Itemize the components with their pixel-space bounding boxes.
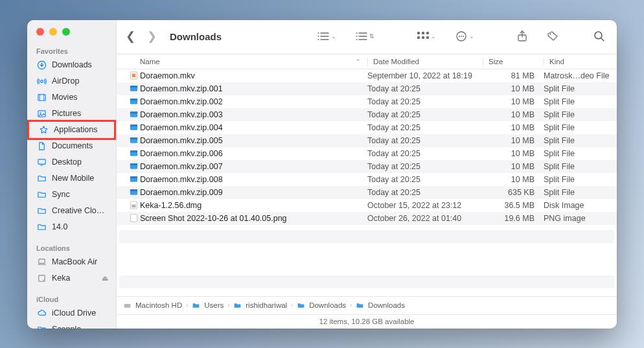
path-segment[interactable]: Downloads xyxy=(309,301,346,309)
sidebar-item-icloud-drive[interactable]: iCloud Drive xyxy=(27,305,116,321)
path-segment[interactable]: rishidhariwal xyxy=(246,301,287,309)
file-row[interactable]: Doraemon.mkv.zip.002Today at 20:2510 MBS… xyxy=(117,95,617,108)
file-name: Doraemon.mkv.zip.003 xyxy=(140,110,367,119)
share-button[interactable] xyxy=(514,30,530,42)
file-date: September 10, 2022 at 18:19 xyxy=(367,71,483,80)
sidebar-section-locations: Locations xyxy=(27,242,116,254)
col-date[interactable]: Date Modified xyxy=(367,58,483,65)
file-name: Doraemon.mkv.zip.008 xyxy=(140,175,367,184)
svg-point-37 xyxy=(595,32,602,39)
file-name: Doraemon.mkv.zip.007 xyxy=(140,162,367,171)
sidebar-item-sync[interactable]: Sync xyxy=(27,187,116,203)
svg-rect-56 xyxy=(130,176,137,178)
eject-icon[interactable]: ⏏ xyxy=(102,274,112,283)
sort-ascending-icon: ⌃ xyxy=(356,58,361,65)
file-row[interactable]: Doraemon.mkv.zip.006Today at 20:2510 MBS… xyxy=(117,147,617,160)
svg-rect-50 xyxy=(130,137,137,139)
svg-rect-7 xyxy=(38,159,45,164)
empty-row xyxy=(119,230,614,243)
laptop-icon xyxy=(36,257,47,267)
file-row[interactable]: Doraemon.mkv.zip.004Today at 20:2510 MBS… xyxy=(117,121,617,134)
col-kind[interactable]: Kind xyxy=(544,58,617,65)
maximize-button[interactable] xyxy=(62,28,70,36)
file-icon xyxy=(128,187,139,198)
sidebar-item-14-0[interactable]: 14.0 xyxy=(27,219,116,235)
sort-icon: ⇅ xyxy=(369,33,374,40)
path-separator: › xyxy=(291,302,293,308)
pictures-icon xyxy=(36,108,47,119)
minimize-button[interactable] xyxy=(49,28,57,36)
empty-row xyxy=(119,275,614,288)
file-row[interactable]: Keka-1.2.56.dmgOctober 15, 2022 at 23:12… xyxy=(117,199,617,212)
svg-rect-52 xyxy=(130,150,137,152)
file-kind: Split File xyxy=(544,149,617,158)
action-button[interactable]: ⌄ xyxy=(453,30,477,42)
file-date: Today at 20:25 xyxy=(367,188,483,197)
file-name: Doraemon.mkv.zip.009 xyxy=(140,188,367,197)
svg-point-36 xyxy=(550,34,551,35)
svg-rect-42 xyxy=(130,86,137,87)
toolbar: ❮ ❯ Downloads ⌄ ⇅ ⌄ xyxy=(117,20,617,54)
sidebar-item-airdrop[interactable]: AirDrop xyxy=(27,73,116,89)
sidebar-section-favorites: Favorites xyxy=(27,45,116,57)
path-bar[interactable]: Macintosh HD›Users›rishidhariwal›Downloa… xyxy=(117,296,617,314)
folder-icon xyxy=(36,205,47,216)
sidebar-item-applications[interactable]: Applications xyxy=(27,120,116,140)
file-row[interactable]: Doraemon.mkv.zip.003Today at 20:2510 MBS… xyxy=(117,108,617,121)
sidebar-item-label: Sync xyxy=(52,190,70,199)
sidebar-item-keka[interactable]: Keka⏏ xyxy=(27,270,116,286)
file-row[interactable]: Doraemon.mkv.zip.007Today at 20:2510 MBS… xyxy=(117,160,617,173)
svg-rect-61 xyxy=(130,215,137,222)
file-row[interactable]: Doraemon.mkv.zip.001Today at 20:2510 MBS… xyxy=(117,82,617,95)
file-row[interactable]: Doraemon.mkvSeptember 10, 2022 at 18:198… xyxy=(117,69,617,82)
tags-button[interactable] xyxy=(544,30,561,42)
file-date: Today at 20:25 xyxy=(367,110,483,119)
file-list[interactable]: Doraemon.mkvSeptember 10, 2022 at 18:198… xyxy=(117,69,617,296)
svg-rect-54 xyxy=(130,163,137,165)
file-size: 10 MB xyxy=(483,175,544,184)
sidebar-item-desktop[interactable]: Desktop xyxy=(27,154,116,170)
file-row[interactable]: Screen Shot 2022-10-26 at 01.40.05.pngOc… xyxy=(117,212,617,225)
path-segment[interactable]: Downloads xyxy=(368,301,405,309)
file-row[interactable]: Doraemon.mkv.zip.009Today at 20:25635 KB… xyxy=(117,186,617,199)
path-segment[interactable]: Users xyxy=(204,301,224,309)
file-date: October 15, 2022 at 23:12 xyxy=(367,201,483,210)
sidebar-item-new-mobile[interactable]: New Mobile xyxy=(27,170,116,187)
documents-icon xyxy=(36,141,47,151)
forward-button[interactable]: ❯ xyxy=(147,29,157,43)
svg-rect-9 xyxy=(38,259,44,263)
sidebar-item-scapple[interactable]: Scapple xyxy=(27,321,116,329)
sidebar-item-label: Pictures xyxy=(52,109,81,118)
col-size[interactable]: Size xyxy=(483,58,544,65)
file-row[interactable]: Doraemon.mkv.zip.008Today at 20:2510 MBS… xyxy=(117,173,617,186)
applications-icon xyxy=(38,124,49,135)
close-button[interactable] xyxy=(36,28,44,36)
sidebar-item-macbook-air[interactable]: MacBook Air xyxy=(27,254,116,270)
svg-rect-62 xyxy=(124,304,131,308)
back-button[interactable]: ❮ xyxy=(126,29,135,43)
view-icons-button[interactable]: ⌄ xyxy=(315,32,339,41)
search-button[interactable] xyxy=(591,30,608,42)
file-icon xyxy=(128,161,139,172)
chevron-down-icon: ⌄ xyxy=(331,33,336,40)
file-size: 10 MB xyxy=(483,162,544,171)
file-name: Doraemon.mkv.zip.002 xyxy=(140,97,367,106)
sidebar-item-creative-clo-[interactable]: Creative Clo… xyxy=(27,203,116,219)
file-size: 10 MB xyxy=(483,97,544,106)
file-row[interactable]: Doraemon.mkv.zip.005Today at 20:2510 MBS… xyxy=(117,134,617,147)
file-date: Today at 20:25 xyxy=(367,97,483,106)
column-header: Name⌃ Date Modified Size Kind xyxy=(117,54,617,69)
col-name[interactable]: Name⌃ xyxy=(140,58,367,65)
svg-rect-40 xyxy=(132,74,135,78)
sidebar-item-movies[interactable]: Movies xyxy=(27,89,116,106)
sidebar-item-downloads[interactable]: Downloads xyxy=(27,57,116,73)
sidebar: Favorites DownloadsAirDropMoviesPictures… xyxy=(27,20,117,329)
file-name: Doraemon.mkv xyxy=(140,71,367,80)
file-icon xyxy=(128,122,139,133)
group-button[interactable]: ⇅ xyxy=(353,32,377,41)
file-kind: Split File xyxy=(544,123,617,132)
path-separator: › xyxy=(186,302,188,308)
path-segment[interactable]: Macintosh HD xyxy=(135,301,182,309)
sidebar-item-documents[interactable]: Documents xyxy=(27,138,116,154)
view-options-button[interactable]: ⌄ xyxy=(415,32,439,41)
